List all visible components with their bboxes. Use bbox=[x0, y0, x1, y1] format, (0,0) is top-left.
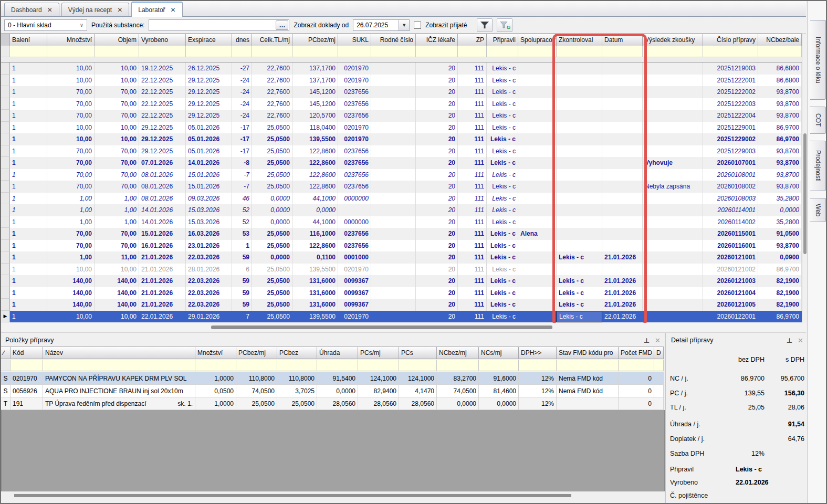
vertical-scrollbar[interactable] bbox=[802, 34, 808, 322]
filter-cell[interactable] bbox=[358, 360, 399, 371]
filter-cell[interactable] bbox=[399, 360, 437, 371]
column-header[interactable]: Počet FMD bbox=[619, 347, 654, 359]
tab-dashboard[interactable]: Dashboard✕ bbox=[4, 3, 59, 16]
filter-cell[interactable] bbox=[186, 46, 232, 57]
table-row[interactable]: 11,001,0014.01.202615.03.2026520,00000,0… bbox=[1, 204, 802, 216]
column-header[interactable]: Celk.TL/mj bbox=[252, 34, 292, 46]
column-header[interactable]: Úhrada bbox=[317, 347, 358, 359]
table-row[interactable]: 11,001,0014.01.202615.03.2026520,000044,… bbox=[1, 216, 802, 228]
column-header[interactable]: Připravil bbox=[487, 34, 518, 46]
column-header[interactable]: Exspirace bbox=[186, 34, 232, 46]
close-icon[interactable]: ✕ bbox=[655, 337, 661, 344]
items-table-row[interactable]: S0056926AQUA PRO INJECTIONE BRAUN inj so… bbox=[1, 385, 664, 397]
column-header[interactable]: NCs/mj bbox=[479, 347, 519, 359]
substance-input[interactable]: … bbox=[149, 19, 289, 31]
table-row[interactable]: 110,0010,0022.12.202529.12.2025-2422,760… bbox=[1, 75, 802, 87]
table-row[interactable]: 1140,00140,0021.01.202622.03.20265925,05… bbox=[1, 287, 802, 299]
table-row[interactable]: 110,0010,0019.12.202526.12.2025-2722,760… bbox=[1, 62, 802, 75]
filter-cell[interactable] bbox=[10, 46, 47, 57]
filter-cell[interactable] bbox=[1, 360, 11, 371]
table-row[interactable]: 170,0070,0007.01.202614.01.2026-825,0500… bbox=[1, 157, 802, 169]
filter-cell[interactable] bbox=[557, 360, 619, 371]
filter-cell[interactable] bbox=[557, 46, 602, 57]
filter-cell[interactable] bbox=[236, 360, 277, 371]
table-row[interactable]: 170,0070,0022.12.202529.12.2025-2422,760… bbox=[1, 86, 802, 98]
filter-cell[interactable] bbox=[479, 360, 519, 371]
side-tab-cot[interactable]: COT bbox=[810, 107, 826, 134]
vertical-scrollbar-thumb[interactable] bbox=[803, 133, 807, 254]
filter-refresh-button[interactable]: ↻ bbox=[497, 18, 512, 32]
filter-cell[interactable] bbox=[416, 46, 458, 57]
tab-laboratoř[interactable]: Laboratoř✕ bbox=[131, 2, 182, 17]
horizontal-scrollbar[interactable] bbox=[1, 323, 806, 332]
table-row[interactable]: 11,0011,0021.01.202622.03.2026590,00000,… bbox=[1, 251, 802, 264]
filter-cell[interactable] bbox=[758, 46, 802, 57]
filter-cell[interactable] bbox=[277, 360, 317, 371]
items-table-row[interactable]: T191TP Úprava ředěním před dispenzacísk.… bbox=[1, 397, 664, 410]
side-tab-prodejnosti[interactable]: Prodejnosti bbox=[810, 141, 826, 191]
table-row[interactable]: ▶110,0010,0022.01.202629.01.2026725,0500… bbox=[1, 311, 802, 323]
column-header[interactable]: PCbez/mj bbox=[292, 34, 338, 46]
horizontal-scrollbar-thumb[interactable] bbox=[211, 326, 552, 329]
filter-cell[interactable] bbox=[643, 46, 703, 57]
column-header[interactable]: Zkontroloval bbox=[557, 34, 602, 46]
filter-cell[interactable] bbox=[47, 46, 95, 57]
filter-cell[interactable] bbox=[95, 46, 139, 57]
column-header[interactable]: Číslo přípravy bbox=[703, 34, 758, 46]
date-from-input[interactable]: 26.07.2025 ▼ bbox=[353, 19, 410, 31]
table-row[interactable]: 170,0070,0029.12.202505.01.2026-1725,050… bbox=[1, 145, 802, 158]
column-header[interactable]: Balení bbox=[10, 34, 47, 46]
table-row[interactable]: 11,001,0008.01.202609.03.2026460,000044,… bbox=[1, 193, 802, 205]
column-header[interactable]: Množství bbox=[195, 347, 236, 359]
filter-cell[interactable] bbox=[519, 360, 557, 371]
column-header[interactable]: PCbez bbox=[277, 347, 317, 359]
items-horizontal-scrollbar[interactable] bbox=[1, 491, 665, 500]
column-header[interactable]: SUKL bbox=[338, 34, 371, 46]
column-header[interactable]: Datum bbox=[602, 34, 643, 46]
filter-cell[interactable] bbox=[487, 46, 518, 57]
table-row[interactable]: 110,0010,0021.01.202628.01.2026625,05001… bbox=[1, 264, 802, 276]
tab-výdej-na-recept[interactable]: Výdej na recept✕ bbox=[61, 3, 129, 16]
column-header[interactable]: PCs bbox=[399, 347, 437, 359]
filter-cell[interactable] bbox=[371, 46, 416, 57]
filter-cell[interactable] bbox=[437, 360, 479, 371]
filter-cell[interactable] bbox=[518, 46, 557, 57]
table-row[interactable]: 170,0070,0015.01.202616.03.20265325,0500… bbox=[1, 228, 802, 240]
column-header[interactable]: Stav FMD kódu pro bbox=[557, 347, 619, 359]
tab-close-icon[interactable]: ✕ bbox=[47, 6, 53, 14]
warehouse-select[interactable]: 0 - Hlavní sklad ∨ bbox=[4, 19, 87, 31]
sort-indicator-header[interactable]: ∕ bbox=[1, 347, 11, 359]
table-row[interactable]: 170,0070,0008.01.202615.01.2026-725,0500… bbox=[1, 181, 802, 193]
filter-cell[interactable] bbox=[139, 46, 186, 57]
column-header[interactable]: Spolupracov bbox=[518, 34, 557, 46]
close-icon[interactable]: ✕ bbox=[798, 337, 803, 344]
pin-icon[interactable]: ⊥ bbox=[644, 337, 650, 344]
column-header[interactable]: NCbez/bale bbox=[758, 34, 802, 46]
filter-cell[interactable] bbox=[11, 360, 43, 371]
column-header[interactable]: PCs/mj bbox=[358, 347, 399, 359]
ellipsis-button[interactable]: … bbox=[276, 20, 288, 30]
column-header[interactable]: Kód bbox=[11, 347, 43, 359]
tab-close-icon[interactable]: ✕ bbox=[117, 6, 122, 14]
table-row[interactable]: 110,0010,0029.12.202505.01.2026-1725,050… bbox=[1, 122, 802, 134]
column-header[interactable]: DPH>> bbox=[519, 347, 557, 359]
filter-cell[interactable] bbox=[619, 360, 654, 371]
column-header[interactable]: ZP bbox=[458, 34, 487, 46]
filter-cell[interactable] bbox=[458, 46, 487, 57]
table-row[interactable]: 1140,00140,0021.01.202622.03.20265925,05… bbox=[1, 275, 802, 287]
column-header[interactable]: dnes bbox=[232, 34, 252, 46]
filter-cell[interactable] bbox=[317, 360, 358, 371]
table-row[interactable]: 170,0070,0022.12.202529.12.2025-2422,760… bbox=[1, 98, 802, 110]
column-header[interactable]: Množství bbox=[47, 34, 95, 46]
filter-cell[interactable] bbox=[252, 46, 292, 57]
filter-cell[interactable] bbox=[43, 360, 195, 371]
table-row[interactable]: 1140,00140,0021.01.202622.03.20265925,05… bbox=[1, 299, 802, 311]
column-header[interactable]: D bbox=[654, 347, 664, 359]
filter-cell[interactable] bbox=[232, 46, 252, 57]
table-row[interactable]: 170,0070,0008.01.202615.01.2026-725,0500… bbox=[1, 169, 802, 181]
tab-close-icon[interactable]: ✕ bbox=[171, 6, 176, 14]
items-horizontal-scrollbar-thumb[interactable] bbox=[14, 494, 571, 497]
column-header[interactable]: Název bbox=[43, 347, 195, 359]
column-header[interactable]: Výsledek zkoušky bbox=[643, 34, 703, 46]
filter-cell[interactable] bbox=[338, 46, 371, 57]
